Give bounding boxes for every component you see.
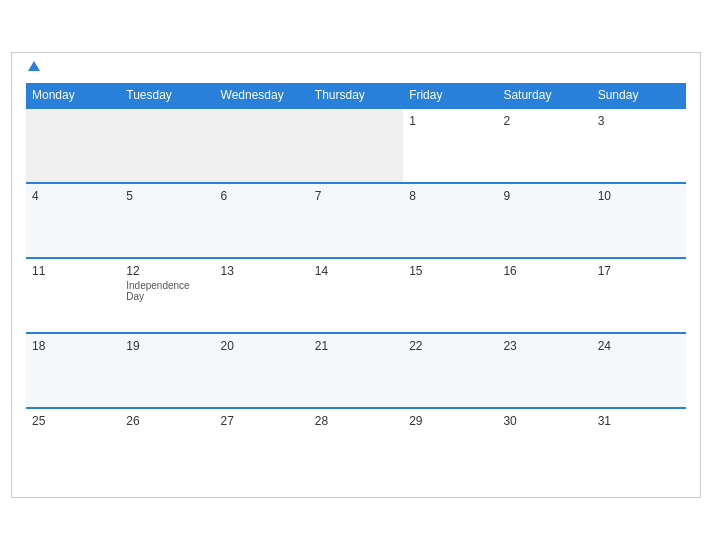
day-number: 25 [32, 414, 114, 428]
calendar-cell: 20 [215, 333, 309, 408]
calendar-cell: 12Independence Day [120, 258, 214, 333]
calendar-body: 123456789101112Independence Day131415161… [26, 108, 686, 483]
day-number: 7 [315, 189, 397, 203]
day-number: 29 [409, 414, 491, 428]
calendar-thead: MondayTuesdayWednesdayThursdayFridaySatu… [26, 83, 686, 108]
day-header-sunday: Sunday [592, 83, 686, 108]
day-number: 31 [598, 414, 680, 428]
calendar-cell: 1 [403, 108, 497, 183]
calendar-cell: 28 [309, 408, 403, 483]
day-number: 21 [315, 339, 397, 353]
calendar-cell: 7 [309, 183, 403, 258]
week-row-4: 25262728293031 [26, 408, 686, 483]
day-number: 23 [503, 339, 585, 353]
day-number: 11 [32, 264, 114, 278]
day-number: 3 [598, 114, 680, 128]
calendar-cell: 21 [309, 333, 403, 408]
calendar-cell: 6 [215, 183, 309, 258]
day-number: 4 [32, 189, 114, 203]
calendar-cell: 25 [26, 408, 120, 483]
calendar-cell [215, 108, 309, 183]
calendar-cell: 27 [215, 408, 309, 483]
day-number: 12 [126, 264, 208, 278]
calendar-cell: 24 [592, 333, 686, 408]
calendar-cell: 19 [120, 333, 214, 408]
calendar-cell: 22 [403, 333, 497, 408]
day-number: 14 [315, 264, 397, 278]
calendar-cell: 5 [120, 183, 214, 258]
calendar-cell [309, 108, 403, 183]
day-number: 13 [221, 264, 303, 278]
day-number: 6 [221, 189, 303, 203]
day-header-wednesday: Wednesday [215, 83, 309, 108]
week-row-1: 45678910 [26, 183, 686, 258]
week-row-2: 1112Independence Day1314151617 [26, 258, 686, 333]
calendar-container: MondayTuesdayWednesdayThursdayFridaySatu… [11, 52, 701, 498]
logo-triangle-icon [28, 61, 40, 71]
day-number: 22 [409, 339, 491, 353]
day-number: 5 [126, 189, 208, 203]
calendar-cell: 14 [309, 258, 403, 333]
day-number: 9 [503, 189, 585, 203]
day-number: 26 [126, 414, 208, 428]
calendar-cell: 8 [403, 183, 497, 258]
calendar-cell: 2 [497, 108, 591, 183]
calendar-cell: 4 [26, 183, 120, 258]
day-number: 30 [503, 414, 585, 428]
day-header-thursday: Thursday [309, 83, 403, 108]
week-row-3: 18192021222324 [26, 333, 686, 408]
calendar-cell: 10 [592, 183, 686, 258]
day-number: 24 [598, 339, 680, 353]
day-event: Independence Day [126, 280, 208, 302]
day-number: 27 [221, 414, 303, 428]
day-header-friday: Friday [403, 83, 497, 108]
day-header-saturday: Saturday [497, 83, 591, 108]
day-number: 28 [315, 414, 397, 428]
calendar-cell: 17 [592, 258, 686, 333]
calendar-cell: 26 [120, 408, 214, 483]
day-number: 17 [598, 264, 680, 278]
day-number: 8 [409, 189, 491, 203]
day-header-monday: Monday [26, 83, 120, 108]
calendar-cell: 13 [215, 258, 309, 333]
day-number: 18 [32, 339, 114, 353]
calendar-cell: 30 [497, 408, 591, 483]
days-header-row: MondayTuesdayWednesdayThursdayFridaySatu… [26, 83, 686, 108]
calendar-cell: 18 [26, 333, 120, 408]
calendar-cell: 15 [403, 258, 497, 333]
day-number: 19 [126, 339, 208, 353]
calendar-cell [120, 108, 214, 183]
calendar-cell: 23 [497, 333, 591, 408]
day-number: 1 [409, 114, 491, 128]
day-number: 20 [221, 339, 303, 353]
logo [26, 63, 40, 73]
week-row-0: 123 [26, 108, 686, 183]
day-header-tuesday: Tuesday [120, 83, 214, 108]
day-number: 16 [503, 264, 585, 278]
calendar-cell: 29 [403, 408, 497, 483]
calendar-cell: 3 [592, 108, 686, 183]
calendar-cell: 31 [592, 408, 686, 483]
day-number: 15 [409, 264, 491, 278]
day-number: 10 [598, 189, 680, 203]
calendar-grid: MondayTuesdayWednesdayThursdayFridaySatu… [26, 83, 686, 483]
calendar-cell: 9 [497, 183, 591, 258]
calendar-header [26, 63, 686, 73]
day-number: 2 [503, 114, 585, 128]
calendar-cell: 16 [497, 258, 591, 333]
calendar-cell: 11 [26, 258, 120, 333]
calendar-cell [26, 108, 120, 183]
